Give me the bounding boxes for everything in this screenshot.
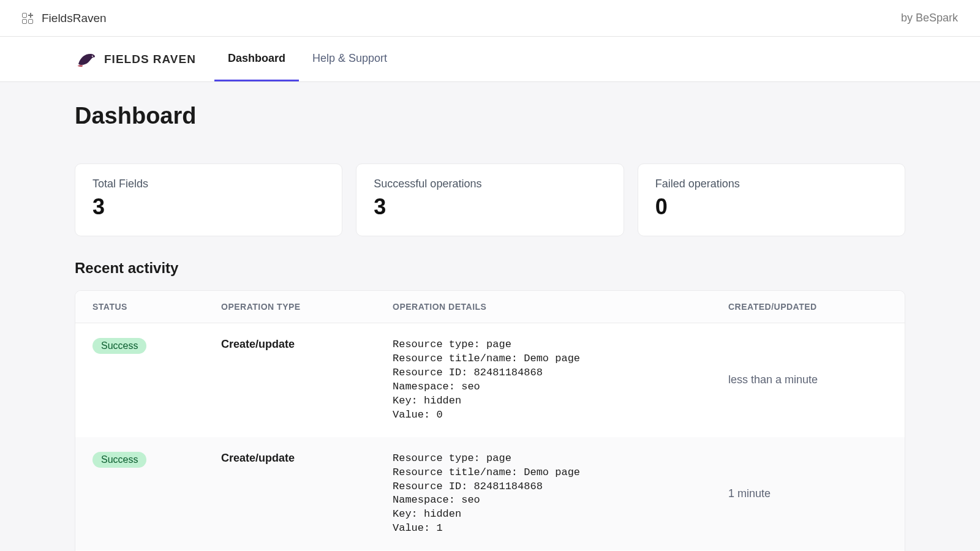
brand[interactable]: FIELDS RAVEN bbox=[75, 48, 196, 70]
op-time-cell: 1 minute bbox=[728, 487, 888, 500]
meta-bar: FieldsRaven by BeSpark bbox=[0, 0, 980, 37]
col-created: CREATED/UPDATED bbox=[728, 302, 888, 312]
card-value: 0 bbox=[655, 194, 888, 220]
raven-icon bbox=[75, 48, 97, 70]
card-value: 3 bbox=[92, 194, 325, 220]
recent-activity-title: Recent activity bbox=[75, 260, 905, 277]
nav-bar: FIELDS RAVEN Dashboard Help & Support bbox=[0, 37, 980, 82]
op-details-cell: Resource type: page Resource title/name:… bbox=[393, 452, 728, 536]
col-op-details: OPERATION DETAILS bbox=[393, 302, 728, 312]
stats-cards: Total Fields 3 Successful operations 3 F… bbox=[75, 163, 905, 236]
op-time-cell: less than a minute bbox=[728, 373, 888, 386]
op-details-cell: Resource type: page Resource title/name:… bbox=[393, 338, 728, 422]
nav-tabs: Dashboard Help & Support bbox=[214, 37, 401, 81]
card-successful-ops: Successful operations 3 bbox=[356, 163, 624, 236]
col-op-type: OPERATION TYPE bbox=[221, 302, 393, 312]
op-type-cell: Create/update bbox=[221, 338, 393, 351]
card-total-fields: Total Fields 3 bbox=[75, 163, 342, 236]
card-failed-ops: Failed operations 0 bbox=[638, 163, 905, 236]
op-type-cell: Create/update bbox=[221, 452, 393, 465]
activity-table: STATUS OPERATION TYPE OPERATION DETAILS … bbox=[75, 290, 905, 551]
table-row: Success Create/update Resource type: pag… bbox=[75, 323, 905, 437]
svg-point-0 bbox=[92, 55, 93, 56]
brand-text: FIELDS RAVEN bbox=[104, 53, 196, 66]
activity-table-body: Success Create/update Resource type: pag… bbox=[75, 323, 905, 551]
status-cell: Success bbox=[92, 452, 221, 468]
apps-icon[interactable] bbox=[22, 13, 33, 24]
status-cell: Success bbox=[92, 338, 221, 354]
app-name: FieldsRaven bbox=[42, 12, 107, 25]
card-value: 3 bbox=[374, 194, 606, 220]
status-badge: Success bbox=[92, 452, 146, 468]
page-title: Dashboard bbox=[75, 103, 905, 129]
tab-help-support[interactable]: Help & Support bbox=[299, 37, 401, 81]
page-body: Dashboard Total Fields 3 Successful oper… bbox=[0, 82, 980, 551]
tab-dashboard[interactable]: Dashboard bbox=[214, 37, 299, 81]
status-badge: Success bbox=[92, 338, 146, 354]
activity-table-header: STATUS OPERATION TYPE OPERATION DETAILS … bbox=[75, 291, 905, 323]
card-label: Total Fields bbox=[92, 178, 325, 190]
card-label: Failed operations bbox=[655, 178, 888, 190]
table-row: Success Create/update Resource type: pag… bbox=[75, 437, 905, 551]
card-label: Successful operations bbox=[374, 178, 606, 190]
meta-bar-left: FieldsRaven bbox=[22, 12, 107, 25]
byline: by BeSpark bbox=[901, 12, 958, 24]
col-status: STATUS bbox=[92, 302, 221, 312]
